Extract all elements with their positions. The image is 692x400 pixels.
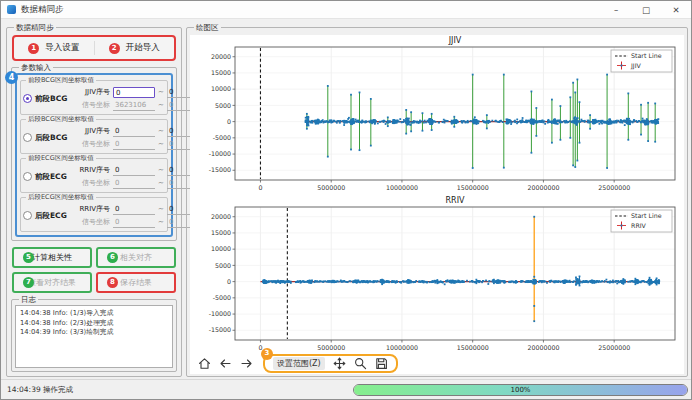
rear-bcg-coord-start-input[interactable]: 0 [113,139,155,150]
log-area[interactable]: 14:04:38 Info: (1/3)导入完成 14:04:38 Info: … [15,305,173,368]
radio-rear-bcg[interactable]: 后段BCG [23,133,73,143]
svg-text:25000000: 25000000 [598,184,630,191]
svg-text:15000: 15000 [211,229,231,236]
title-bar: 数据精同步 – □ ✕ [1,1,691,19]
svg-text:JJIV: JJIV [448,36,462,45]
svg-text:10000000: 10000000 [386,344,418,351]
rear-bcg-index-start-input[interactable]: 0 [113,126,155,137]
tilde: ~ [158,166,164,174]
front-bcg-coord-start-input[interactable]: 3623106 [113,100,155,111]
svg-text:0: 0 [227,118,231,125]
step-badge-3: 3 [261,348,273,360]
field-label: RRIV序号 [73,165,110,175]
svg-text:15000000: 15000000 [457,184,489,191]
compute-correlation-label: 计算相关性 [32,252,72,263]
front-ecg-index-start-input[interactable]: 0 [113,165,155,176]
section-rear-bcg-title: 后段BCG区间坐标取值 [26,115,96,124]
svg-text:-10000: -10000 [209,310,231,317]
compute-correlation-button[interactable]: 5 计算相关性 [12,247,92,268]
save-result-label: 保存结果 [120,277,152,288]
set-range-button[interactable]: 设置范围(Z) [273,357,325,370]
step-badge-1: 1 [28,43,39,54]
svg-text:0: 0 [227,278,231,285]
window-title: 数据精同步 [21,4,64,16]
field-label: RRIV序号 [73,204,110,214]
radio-front-bcg[interactable]: 前段BCG [23,94,73,104]
tilde: ~ [158,140,164,148]
svg-text:20000: 20000 [211,213,231,220]
view-align-result-button[interactable]: 7 查看对齐结果 [12,272,92,293]
svg-text:RRIV: RRIV [631,222,647,229]
start-import-label: 开始导入 [126,42,160,54]
progress-value: 100% [354,385,687,395]
svg-text:RRIV: RRIV [446,196,465,205]
field-label: 信号坐标 [73,139,110,149]
close-button[interactable]: ✕ [661,1,691,18]
svg-text:-15000: -15000 [209,326,231,333]
radio-dot [23,133,32,142]
correlation-align-button[interactable]: 6 相关对齐 [96,247,176,268]
radio-rear-ecg[interactable]: 后段ECG [23,211,73,221]
progress-bar: 100% [353,384,688,396]
parameters-highlight-box: 4 前段BCG区间坐标取值 前段BCG JJIV序号 0 [15,73,173,237]
plot-toolbar: 3 设置范围(Z) [193,353,681,373]
zoom-icon[interactable] [354,357,367,370]
sync-panel-title: 数据精同步 [14,22,56,33]
range-tool-group: 3 设置范围(Z) [263,354,398,373]
jjiv-chart[interactable]: 0500000010000000150000002000000025000000… [191,35,685,195]
svg-text:Start Line: Start Line [631,212,662,219]
step-badge-8: 8 [107,277,118,288]
rear-ecg-coord-start-input[interactable]: 0 [113,217,155,228]
svg-text:20000000: 20000000 [527,184,559,191]
svg-text:5000000: 5000000 [317,184,345,191]
import-settings-button[interactable]: 1 导入设置 [14,37,94,59]
radio-dot [23,172,32,181]
view-align-result-label: 查看对齐结果 [28,277,76,288]
tilde: ~ [158,218,164,226]
save-result-button[interactable]: 8 保存结果 [96,272,176,293]
svg-text:Start Line: Start Line [631,52,662,59]
plot-panel-title: 绘图区 [194,22,221,33]
svg-text:5000: 5000 [215,262,231,269]
svg-text:-10000: -10000 [209,150,231,157]
step-badge-6: 6 [107,252,118,263]
save-icon[interactable] [375,357,388,370]
maximize-button[interactable]: □ [631,1,661,18]
tilde: ~ [158,179,164,187]
svg-text:-15000: -15000 [209,166,231,173]
tilde: ~ [158,127,164,135]
log-group-title: 日志 [19,294,38,305]
action-buttons: 5 计算相关性 6 相关对齐 7 查看对齐结果 8 保存结果 [12,247,176,293]
rriv-chart[interactable]: 0500000010000000150000002000000025000000… [191,195,685,355]
svg-text:25000000: 25000000 [598,344,630,351]
tilde: ~ [158,205,164,213]
field-label: JJIV序号 [73,126,110,136]
front-ecg-coord-start-input[interactable]: 0 [113,178,155,189]
section-front-ecg: 前段ECG区间坐标取值 前段ECG RRIV序号 0 ~ 0 [20,158,168,193]
home-icon[interactable] [198,357,211,370]
start-import-button[interactable]: 2 开始导入 [95,37,175,59]
step-badge-4: 4 [5,71,18,84]
front-bcg-index-start-input[interactable]: 0 [113,87,155,98]
forward-icon[interactable] [240,357,253,370]
field-label: 信号坐标 [73,178,110,188]
svg-text:10000: 10000 [211,85,231,92]
svg-text:15000: 15000 [211,69,231,76]
back-icon[interactable] [219,357,232,370]
rear-ecg-index-start-input[interactable]: 0 [113,204,155,215]
app-window: 数据精同步 – □ ✕ 数据精同步 1 导入设置 2 开始导入 参数输入 4 [0,0,692,400]
radio-rear-bcg-label: 后段BCG [35,133,67,143]
parameters-group-title: 参数输入 [19,62,53,73]
pan-icon[interactable] [333,357,346,370]
svg-text:5000000: 5000000 [317,344,345,351]
minimize-button[interactable]: – [601,1,631,18]
svg-text:15000000: 15000000 [457,344,489,351]
svg-text:-5000: -5000 [213,294,231,301]
log-line: 14:04:39 Info: (3/3)绘制完成 [20,328,168,338]
field-label: JJIV序号 [73,87,110,97]
section-rear-ecg-title: 后段ECG区间坐标取值 [26,193,96,202]
log-line: 14:04:38 Info: (2/3)处理完成 [20,319,168,329]
radio-front-ecg-label: 前段ECG [35,172,67,182]
section-rear-ecg: 后段ECG区间坐标取值 后段ECG RRIV序号 0 ~ 0 [20,197,168,232]
radio-front-ecg[interactable]: 前段ECG [23,172,73,182]
